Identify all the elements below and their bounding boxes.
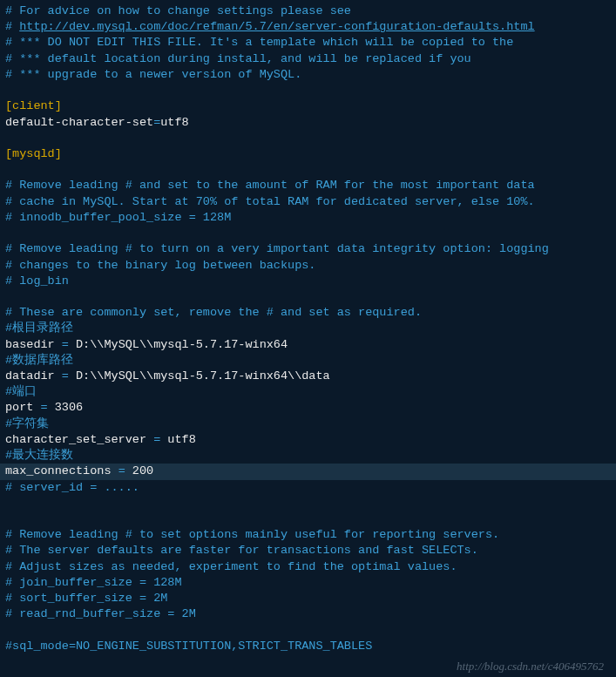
comment-line: #字符集	[5, 416, 611, 432]
blank-line	[5, 162, 611, 178]
blank-line	[5, 83, 611, 98]
comment-line: # log_bin	[5, 274, 611, 289]
kv-max-connections: max_connections = 200	[5, 464, 611, 479]
comment-line: # *** DO NOT EDIT THIS FILE. It's a temp…	[5, 35, 611, 51]
comment-line: # innodb_buffer_pool_size = 128M	[5, 210, 611, 226]
comment-line: # server_id = .....	[5, 480, 611, 496]
comment-line: #端口	[5, 384, 611, 400]
comment-line: # These are commonly set, remove the # a…	[5, 305, 611, 321]
blank-line	[5, 131, 611, 146]
comment-line: #数据库路径	[5, 353, 611, 369]
blank-line	[5, 289, 611, 305]
code-editor[interactable]: # For advice on how to change settings p…	[5, 3, 611, 654]
comment-line: # Remove leading # and set to the amount…	[5, 178, 611, 193]
blank-line	[5, 511, 611, 527]
comment-line: # The server defaults are faster for tra…	[5, 543, 611, 559]
comment-line: # changes to the binary log between back…	[5, 258, 611, 274]
kv-character-set-server: character_set_server = utf8	[5, 432, 611, 448]
comment-line: # sort_buffer_size = 2M	[5, 591, 611, 606]
section-client: [client]	[5, 98, 611, 114]
comment-url-line: # http://dev.mysql.com/doc/refman/5.7/en…	[5, 19, 611, 35]
comment-line: # Adjust sizes as needed, experiment to …	[5, 559, 611, 575]
blank-line	[5, 496, 611, 511]
comment-line: # *** default location during install, a…	[5, 51, 611, 67]
kv-basedir: basedir = D:\\MySQL\\mysql-5.7.17-winx64	[5, 337, 611, 353]
comment-line: # Remove leading # to set options mainly…	[5, 527, 611, 543]
comment-line: #最大连接数	[5, 448, 611, 464]
watermark: http://blog.csdn.net/c406495762	[457, 659, 604, 674]
comment-line: # Remove leading # to turn on a very imp…	[5, 241, 611, 257]
config-doc-url[interactable]: http://dev.mysql.com/doc/refman/5.7/en/s…	[19, 20, 534, 33]
comment-line: # For advice on how to change settings p…	[5, 3, 611, 19]
comment-line: # *** upgrade to a newer version of MySQ…	[5, 67, 611, 83]
section-mysqld: [mysqld]	[5, 146, 611, 162]
kv-port: port = 3306	[5, 400, 611, 416]
kv-default-character-set: default-character-set=utf8	[5, 115, 611, 131]
blank-line	[5, 226, 611, 241]
kv-datadir: datadir = D:\\MySQL\\mysql-5.7.17-winx64…	[5, 369, 611, 384]
comment-line: #sql_mode=NO_ENGINE_SUBSTITUTION,STRICT_…	[5, 639, 611, 654]
comment-line: # read_rnd_buffer_size = 2M	[5, 606, 611, 622]
blank-line	[5, 623, 611, 639]
highlighted-current-line: max_connections = 200	[0, 464, 616, 479]
comment-line: # join_buffer_size = 128M	[5, 575, 611, 591]
comment-line: # cache in MySQL. Start at 70% of total …	[5, 194, 611, 210]
comment-line: #根目录路径	[5, 321, 611, 336]
